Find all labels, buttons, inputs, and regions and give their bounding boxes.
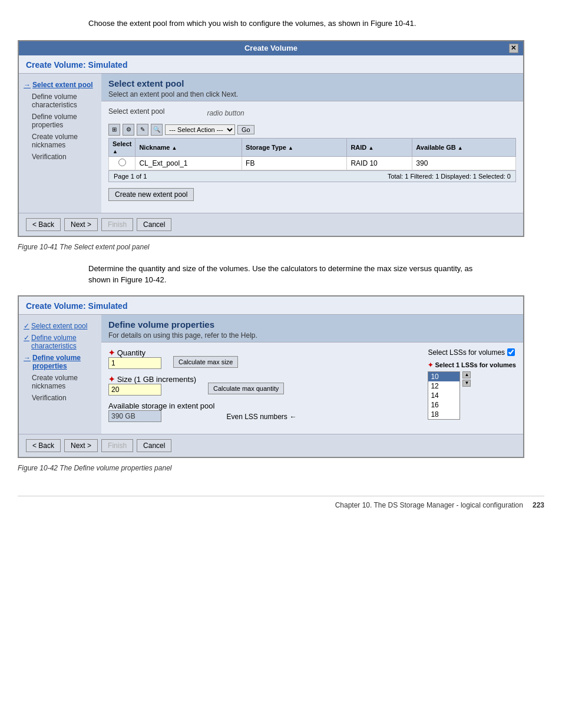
table-label: Select extent pool — [108, 107, 164, 116]
toolbar-icon-config[interactable]: ⚙ — [123, 124, 134, 136]
form-and-lss: ✦ Quantity Calculate max size — [108, 348, 516, 428]
check-icon-1: ✓ — [24, 322, 29, 330]
table-row: CL_Ext_pool_1 FB RAID 10 390 — [109, 156, 516, 170]
nav2-item-select-extent-pool[interactable]: ✓ Select extent pool — [24, 322, 97, 330]
nav2-label-select-extent: Select extent pool — [31, 322, 87, 330]
nav2-item-define-vol-props[interactable]: → Define volume properties — [24, 354, 97, 370]
lss-item-18[interactable]: 18 — [428, 410, 459, 419]
page-footer: Chapter 10. The DS Storage Manager - log… — [18, 496, 544, 509]
back-button-2[interactable]: < Back — [26, 439, 61, 452]
quantity-row: ✦ Quantity Calculate max size — [108, 348, 404, 369]
page-info-right: Total: 1 Filtered: 1 Displayed: 1 Select… — [388, 173, 511, 180]
nav-label-define-char: Define volume characteristics — [32, 93, 97, 109]
dialog1-footer: < Back Next > Finish Cancel — [19, 213, 523, 236]
nav-label-define-props: Define volume properties — [32, 113, 97, 129]
avail-storage-label: Available storage in extent pool — [108, 401, 214, 410]
back-button-1[interactable]: < Back — [26, 218, 61, 231]
scroll-up-icon[interactable]: ▲ — [462, 371, 471, 378]
nav2-item-define-vol-char[interactable]: ✓ Define volume characteristics — [24, 334, 97, 350]
select-lss-checkbox[interactable] — [507, 348, 515, 356]
col-select: Select ▲ — [109, 138, 135, 156]
size-label: ✦ Size (1 GB increments) — [108, 375, 196, 384]
dialog1-subtitle: Create Volume: Simulated — [19, 55, 523, 74]
row-radio[interactable] — [109, 156, 135, 170]
lss-item-14[interactable]: 14 — [428, 391, 459, 400]
size-required-marker: ✦ — [108, 375, 115, 384]
row-raid: RAID 10 — [347, 156, 412, 170]
create-btn-row: Create new extent pool — [108, 188, 516, 201]
calc-max-size-button[interactable]: Calculate max size — [173, 356, 238, 368]
finish-button-1[interactable]: Finish — [101, 218, 133, 231]
select-1lss-label-area: ✦ Select 1 LSSs for volumes — [428, 361, 516, 369]
nav-label-verification: Verification — [32, 153, 67, 161]
size-row: ✦ Size (1 GB increments) Calculate max q… — [108, 375, 404, 396]
select-lss-label: Select LSSs for volumes — [428, 348, 505, 357]
quantity-field-col: ✦ Quantity — [108, 348, 161, 369]
next-button-1[interactable]: Next > — [64, 218, 98, 231]
nav-item-define-vol-props: Define volume properties — [24, 113, 97, 129]
sort-arrow-nickname: ▲ — [171, 145, 177, 151]
dialog1-content-header: Select extent pool Select an extent pool… — [101, 74, 523, 101]
action-select[interactable]: --- Select Action --- — [165, 124, 235, 135]
even-lss-area: Even LSS numbers ← — [226, 413, 296, 421]
col-raid: RAID ▲ — [347, 138, 412, 156]
nav-arrow-icon: → — [24, 81, 31, 89]
col-nickname: Nickname ▲ — [135, 138, 242, 156]
toolbar-icon-grid[interactable]: ⊞ — [108, 124, 120, 136]
lss-item-10[interactable]: 10 — [428, 372, 459, 381]
form-area: ✦ Quantity Calculate max size — [108, 348, 404, 428]
nav-label-create-nick: Create volume nicknames — [32, 133, 97, 149]
select-lss-checkbox-row: Select LSSs for volumes — [428, 348, 516, 357]
lss-listbox[interactable]: 10 12 14 16 18 — [428, 371, 460, 420]
nav-item-select-extent-pool[interactable]: → Select extent pool — [24, 81, 97, 89]
close-icon[interactable]: ✕ — [509, 44, 518, 53]
dialog1-left-nav: → Select extent pool Define volume chara… — [19, 74, 101, 213]
figure-caption-2: Figure 10-42 The Define volume propertie… — [18, 464, 544, 472]
page-info: Page 1 of 1 Total: 1 Filtered: 1 Display… — [108, 170, 516, 182]
nav-item-create-vol-nick: Create volume nicknames — [24, 133, 97, 149]
dialog1-right-content: Select extent pool Select an extent pool… — [101, 74, 523, 213]
nav-item-define-vol-char: Define volume characteristics — [24, 93, 97, 109]
create-new-extent-pool-button[interactable]: Create new extent pool — [108, 188, 194, 201]
create-volume-dialog-1: Create Volume ✕ Create Volume: Simulated… — [18, 40, 524, 237]
calc-max-qty-button[interactable]: Calculate max quantity — [208, 383, 284, 394]
lss-scrollbar: ▲ ▼ — [462, 371, 471, 387]
table-toolbar: ⊞ ⚙ ✎ 🔍 --- Select Action --- Go — [108, 124, 516, 136]
pool-radio-input[interactable] — [118, 159, 126, 166]
cancel-button-2[interactable]: Cancel — [137, 439, 171, 452]
table-label-area: Select extent pool radio button — [108, 107, 516, 119]
quantity-label-text: Quantity — [117, 348, 146, 357]
nav2-label-define-char: Define volume characteristics — [31, 334, 97, 350]
toolbar-icon-search[interactable]: 🔍 — [151, 124, 163, 136]
row-available-gb: 390 — [412, 156, 516, 170]
section-text: Determine the quantity and size of the v… — [88, 263, 489, 286]
quantity-input[interactable] — [108, 357, 161, 369]
size-input[interactable] — [108, 384, 161, 396]
toolbar-icon-edit[interactable]: ✎ — [137, 124, 148, 136]
row-nickname: CL_Ext_pool_1 — [135, 156, 242, 170]
size-field-col: ✦ Size (1 GB increments) — [108, 375, 196, 396]
scroll-down-icon[interactable]: ▼ — [462, 380, 471, 387]
lss-panel: Select LSSs for volumes ✦ Select 1 LSSs … — [416, 348, 516, 428]
nav-item-verification: Verification — [24, 153, 97, 161]
callout-arrow-icon: ← — [290, 413, 297, 421]
sort-arrow-storage: ▲ — [288, 145, 293, 151]
lss-item-16[interactable]: 16 — [428, 400, 459, 410]
check-icon-2: ✓ — [24, 334, 29, 342]
go-button[interactable]: Go — [237, 125, 254, 134]
cancel-button-1[interactable]: Cancel — [137, 218, 171, 231]
dialog2-content-header: Define volume properties For details on … — [101, 315, 523, 342]
dialog1-content-main: Select extent pool radio button ⊞ ⚙ ✎ 🔍 … — [101, 101, 523, 213]
create-volume-dialog-2: Create Volume: Simulated ✓ Select extent… — [18, 295, 524, 458]
lss-item-12[interactable]: 12 — [428, 381, 459, 391]
footer-text: Chapter 10. The DS Storage Manager - log… — [335, 501, 523, 509]
calc-max-qty-col: Calculate max quantity — [208, 383, 284, 394]
next-button-2[interactable]: Next > — [64, 439, 98, 452]
nav2-arrow-icon: → — [24, 354, 31, 362]
nav2-label-define-props: Define volume properties — [32, 354, 97, 370]
select-1lss-required: ✦ — [428, 361, 433, 368]
content-desc-1: Select an extent pool and then click Nex… — [108, 90, 516, 98]
page-info-left: Page 1 of 1 — [114, 173, 147, 180]
finish-button-2[interactable]: Finish — [101, 439, 133, 452]
nav-label-select-extent: Select extent pool — [32, 81, 93, 89]
